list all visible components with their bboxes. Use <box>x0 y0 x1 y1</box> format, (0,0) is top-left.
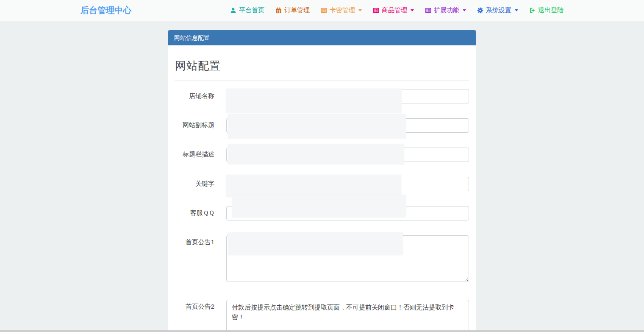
home-notice-1-textarea[interactable] <box>226 235 469 282</box>
nav-item-card-management[interactable]: 卡密管理 <box>321 6 362 14</box>
page-title: 网站配置 <box>175 59 469 73</box>
nav-label: 扩展功能 <box>434 6 459 14</box>
nav-item-system-settings[interactable]: 系统设置 <box>477 6 518 14</box>
site-config-panel: 网站信息配置 网站配置 店铺名称 网站副标题 标题栏描述 关键字 <box>168 30 476 332</box>
list-alt-icon <box>321 7 327 14</box>
service-qq-label: 客服ＱＱ <box>175 206 226 220</box>
home-notice-2-textarea[interactable]: 付款后按提示点击确定跳转到提取页面，不可提前关闭窗口！否则无法提取到卡密！ <box>226 300 469 332</box>
keywords-label: 关键字 <box>175 177 226 191</box>
form-row-home-notice-2: 首页公告2 付款后按提示点击确定跳转到提取页面，不可提前关闭窗口！否则无法提取到… <box>175 300 469 332</box>
form-row-home-notice-1: 首页公告1 <box>175 235 469 284</box>
main-nav: 平台首页 订单管理 卡密管理 商品管理 <box>230 6 564 14</box>
sign-out-icon <box>529 7 536 14</box>
form-row-shop-name: 店铺名称 <box>175 89 469 103</box>
keywords-input[interactable] <box>226 177 469 191</box>
nav-label: 系统设置 <box>486 6 511 14</box>
title-description-input[interactable] <box>226 148 469 162</box>
form-row-title-description: 标题栏描述 <box>175 148 469 162</box>
nav-item-extensions[interactable]: 扩展功能 <box>425 6 466 14</box>
site-subtitle-label: 网站副标题 <box>175 118 226 133</box>
list-alt-icon <box>373 7 379 14</box>
list-alt-icon <box>425 7 431 14</box>
chevron-down-icon <box>358 9 362 11</box>
home-notice-1-label: 首页公告1 <box>175 235 226 284</box>
nav-label: 平台首页 <box>239 6 264 14</box>
form-row-keywords: 关键字 <box>175 177 469 191</box>
user-icon <box>230 7 236 14</box>
page-content: 网站信息配置 网站配置 店铺名称 网站副标题 标题栏描述 关键字 <box>0 21 644 332</box>
brand-title[interactable]: 后台管理中心 <box>80 5 131 16</box>
nav-label: 订单管理 <box>284 6 310 14</box>
top-navbar: 后台管理中心 平台首页 订单管理 卡密管理 <box>0 0 644 21</box>
divider <box>175 80 469 81</box>
nav-item-logout[interactable]: 退出登陆 <box>529 6 564 14</box>
calendar-icon <box>275 7 282 14</box>
form-row-site-subtitle: 网站副标题 <box>175 118 469 133</box>
site-config-form: 店铺名称 网站副标题 标题栏描述 关键字 客服ＱＱ <box>175 89 469 332</box>
panel-title: 网站信息配置 <box>168 31 476 45</box>
service-qq-input[interactable] <box>226 206 469 220</box>
chevron-down-icon <box>411 9 414 11</box>
nav-label: 退出登陆 <box>538 6 564 14</box>
home-notice-2-label: 首页公告2 <box>175 300 226 332</box>
horizontal-scrollbar[interactable] <box>0 330 644 332</box>
site-subtitle-input[interactable] <box>226 118 469 133</box>
chevron-down-icon <box>515 9 518 11</box>
nav-label: 卡密管理 <box>330 6 355 14</box>
gear-icon <box>477 7 483 14</box>
form-row-service-qq: 客服ＱＱ <box>175 206 469 220</box>
nav-label: 商品管理 <box>382 6 407 14</box>
nav-item-order-management[interactable]: 订单管理 <box>275 6 310 14</box>
title-description-label: 标题栏描述 <box>175 148 226 162</box>
nav-item-platform-home[interactable]: 平台首页 <box>230 6 264 14</box>
nav-item-product-management[interactable]: 商品管理 <box>373 6 414 14</box>
shop-name-label: 店铺名称 <box>175 89 226 103</box>
chevron-down-icon <box>463 9 466 11</box>
shop-name-input[interactable] <box>226 89 469 103</box>
